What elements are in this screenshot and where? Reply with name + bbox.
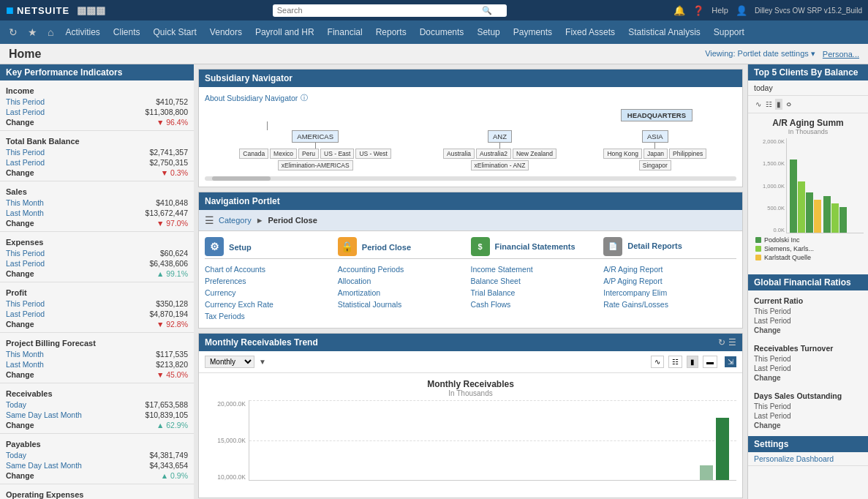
nav-item-ar-aging[interactable]: A/R Aging Report (603, 263, 736, 275)
kpi-income-lastperiod[interactable]: Last Period (6, 108, 45, 116)
chart-bar-2 (700, 465, 713, 480)
search-input[interactable] (277, 6, 482, 15)
kpi-sales-last[interactable]: Last Month (6, 209, 44, 217)
gfr-recv-turnover: Receivables Turnover This Period Last Pe… (748, 338, 868, 386)
nav-vendors[interactable]: Vendors (204, 23, 248, 42)
horizontal-scrollbar[interactable] (212, 176, 271, 181)
nav-item-rate-gains[interactable]: Rate Gains/Losses (603, 299, 736, 310)
home-button[interactable]: ⌂ (43, 23, 58, 41)
sub-canada[interactable]: Canada (239, 149, 268, 159)
line-chart-btn[interactable]: ∿ (651, 356, 664, 368)
kpi-exp-this[interactable]: This Period (6, 249, 45, 258)
nav-item-statistical-journals[interactable]: Statistical Journals (338, 299, 471, 310)
refresh-icon[interactable]: ↻ (718, 337, 725, 348)
nav-item-currency[interactable]: Currency (205, 287, 338, 299)
kpi-pay-sdlm-val: $4,343,654 (149, 461, 188, 470)
nav-quickstart[interactable]: Quick Start (148, 23, 203, 42)
nav-item-income-statement[interactable]: Income Statement (471, 263, 604, 275)
kpi-recv-today[interactable]: Today (6, 400, 26, 409)
region-americas[interactable]: AMERICAS (292, 130, 339, 143)
nav-item-accounting-periods[interactable]: Accounting Periods (338, 263, 471, 275)
kpi-exp-last[interactable]: Last Period (6, 259, 45, 268)
kpi-profit: Profit This Period$350,128 Last Period$4… (0, 282, 194, 333)
sub-peru[interactable]: Peru (298, 149, 319, 159)
app-logo: ■ NETSUITE ▩▩▩ (6, 3, 105, 18)
nav-reports[interactable]: Reports (370, 23, 412, 42)
kpi-profit-last[interactable]: Last Period (6, 309, 45, 318)
filter-chart-btn[interactable]: ☷ (668, 356, 682, 368)
nav-item-currency-exch[interactable]: Currency Exch Rate (205, 299, 338, 310)
region-anz[interactable]: ANZ (488, 130, 512, 143)
sub-xelim-americas[interactable]: xElimination-AMERICAS (278, 160, 353, 170)
filter-icon[interactable]: ☷ (764, 99, 774, 110)
nav-item-allocation[interactable]: Allocation (338, 275, 471, 287)
nav-setup[interactable]: Setup (471, 23, 505, 42)
nav-item-intercompany[interactable]: Intercompany Elim (603, 287, 736, 299)
breadcrumb-category[interactable]: Category (219, 216, 252, 225)
kpi-sales-this[interactable]: This Month (6, 198, 44, 207)
nav-financial[interactable]: Financial (322, 23, 369, 42)
kpi-billing-last[interactable]: Last Month (6, 360, 44, 369)
search-icon[interactable]: 🔍 (482, 6, 492, 15)
line-chart-icon[interactable]: ∿ (754, 99, 763, 110)
help-icon[interactable]: ❓ (692, 5, 704, 16)
sub-useast[interactable]: US - East (320, 149, 354, 159)
help-text[interactable]: Help (712, 6, 728, 15)
nav-item-amortization[interactable]: Amortization (338, 287, 471, 299)
bar-chart-btn[interactable]: ▮ (687, 356, 698, 368)
settings-icon[interactable]: ☰ (728, 337, 736, 348)
nav-item-trial-balance[interactable]: Trial Balance (471, 287, 604, 299)
nav-clients[interactable]: Clients (107, 23, 146, 42)
nav-item-balance-sheet[interactable]: Balance Sheet (471, 275, 604, 287)
personal-link[interactable]: Persona... (823, 50, 859, 59)
sub-australia[interactable]: Australia (443, 149, 475, 159)
nav-payments[interactable]: Payments (507, 23, 558, 42)
kpi-billing-this[interactable]: This Month (6, 350, 44, 359)
kpi-bankbalance: Total Bank Balance This Period$2,741,357… (0, 131, 194, 181)
period-dropdown[interactable]: Monthly Weekly Quarterly (205, 356, 254, 368)
about-subsidiary-link[interactable]: About Subsidiary Navigator (205, 94, 298, 102)
area-chart-btn[interactable]: ▬ (703, 356, 717, 368)
favorites-button[interactable]: ★ (23, 23, 42, 41)
export-icon[interactable]: ⇲ (725, 356, 736, 367)
hq-box[interactable]: HEADQUARTERS (621, 109, 692, 121)
sub-nz[interactable]: New Zealand (513, 149, 556, 159)
sub-singapore[interactable]: Singapor (639, 160, 671, 170)
sub-hk[interactable]: Hong Kong (603, 149, 642, 159)
notifications-icon[interactable]: 🔔 (673, 5, 685, 16)
nav-item-chart-of-accounts[interactable]: Chart of Accounts (205, 263, 338, 275)
refresh-button[interactable]: ↻ (4, 23, 22, 41)
sub-japan[interactable]: Japan (644, 149, 668, 159)
sub-xelim-anz[interactable]: xElimination - ANZ (471, 160, 529, 170)
region-asia[interactable]: ASIA (642, 130, 668, 143)
personalize-dashboard-link[interactable]: Personalize Dashboard (754, 454, 834, 463)
kpi-recv-sdlm[interactable]: Same Day Last Month (6, 410, 82, 419)
sub-philippines[interactable]: Philippines (669, 149, 706, 159)
nav-item-cash-flows[interactable]: Cash Flows (471, 299, 604, 310)
sub-australia2[interactable]: Australia2 (476, 149, 511, 159)
bar-icon[interactable]: ▮ (775, 99, 782, 110)
breadcrumb-menu-icon[interactable]: ☰ (205, 214, 214, 226)
portlet-settings[interactable]: Viewing: Portlet date settings ▾ (705, 49, 815, 59)
kpi-pay-today[interactable]: Today (6, 451, 26, 459)
sub-mexico[interactable]: Mexico (270, 149, 297, 159)
nav-activities[interactable]: Activities (59, 23, 105, 42)
kpi-bank-last[interactable]: Last Period (6, 158, 45, 167)
nav-statistical[interactable]: Statistical Analysis (622, 23, 706, 42)
kpi-income-thisperiod[interactable]: This Period (6, 97, 45, 106)
kpi-bank-this[interactable]: This Period (6, 148, 45, 157)
nav-item-preferences[interactable]: Preferences (205, 275, 338, 287)
user-text: Dilley Svcs OW SRP v15.2_Build (755, 7, 862, 15)
nav-item-ap-aging[interactable]: A/P Aging Report (603, 275, 736, 287)
nav-item-tax-periods[interactable]: Tax Periods (205, 310, 338, 322)
sub-uswest[interactable]: US - West (355, 149, 391, 159)
nav-fixedassets[interactable]: Fixed Assets (559, 23, 621, 42)
nav-payroll[interactable]: Payroll and HR (249, 23, 320, 42)
user-icon[interactable]: 👤 (736, 5, 747, 16)
kpi-profit-this[interactable]: This Period (6, 299, 45, 308)
pie-icon[interactable]: ⭘ (784, 99, 794, 110)
nav-support[interactable]: Support (708, 23, 750, 42)
kpi-sales-change-val: ▼ 97.0% (156, 219, 188, 228)
kpi-pay-sdlm[interactable]: Same Day Last Month (6, 461, 82, 470)
nav-documents[interactable]: Documents (414, 23, 470, 42)
